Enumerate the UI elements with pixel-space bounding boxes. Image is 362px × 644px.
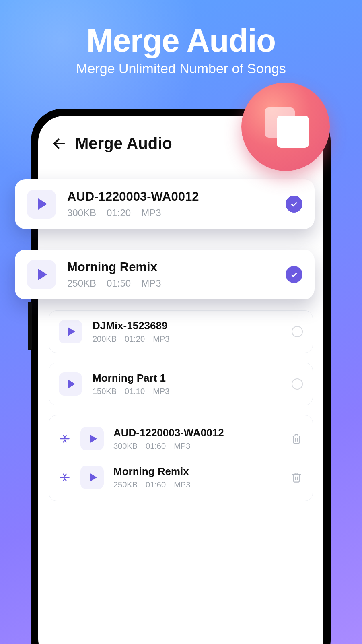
- play-icon: [38, 198, 47, 210]
- merge-icon-front-square: [277, 116, 309, 148]
- hero-subtitle: Merge Unlimited Number of Songs: [0, 61, 362, 76]
- play-button[interactable]: [27, 260, 56, 289]
- drag-handle[interactable]: [59, 471, 71, 483]
- track-size: 300KB: [113, 442, 138, 451]
- audio-card-selected[interactable]: AUD-1220003-WA0012 300KB 01:20 MP3: [15, 179, 315, 229]
- track-meta: 250KB 01:60 MP3: [113, 480, 280, 489]
- trash-icon: [291, 472, 302, 483]
- track-title: Morning Remix: [67, 260, 274, 275]
- play-icon: [38, 269, 47, 280]
- track-format: MP3: [174, 442, 190, 451]
- track-duration: 01:50: [107, 278, 131, 289]
- track-info: Morning Remix 250KB 01:50 MP3: [67, 260, 274, 289]
- track-format: MP3: [153, 334, 169, 344]
- track-duration: 01:60: [146, 480, 166, 489]
- drag-handle[interactable]: [59, 433, 71, 445]
- track-size: 250KB: [67, 278, 96, 289]
- track-format: MP3: [141, 278, 161, 289]
- hero-title: Merge Audio: [0, 22, 362, 59]
- track-info: AUD-1220003-WA0012 300KB 01:60 MP3: [113, 427, 280, 451]
- check-icon: [290, 270, 298, 279]
- play-button[interactable]: [80, 427, 104, 450]
- track-info: Morning Part 1 150KB 01:10 MP3: [93, 372, 281, 396]
- phone-volume-button: [28, 302, 32, 350]
- track-meta: 150KB 01:10 MP3: [93, 387, 281, 396]
- selected-check[interactable]: [286, 196, 302, 213]
- audio-card[interactable]: Morning Part 1 150KB 01:10 MP3: [49, 363, 313, 405]
- track-format: MP3: [141, 207, 161, 219]
- trash-icon: [291, 433, 302, 444]
- play-button[interactable]: [80, 466, 104, 489]
- delete-button[interactable]: [290, 471, 303, 484]
- merge-badge: [241, 83, 330, 171]
- play-button[interactable]: [59, 372, 82, 396]
- arrow-left-icon: [52, 136, 66, 151]
- play-button[interactable]: [59, 320, 82, 343]
- track-meta: 200KB 01:20 MP3: [93, 334, 281, 344]
- track-meta: 250KB 01:50 MP3: [67, 278, 274, 289]
- selected-check[interactable]: [286, 266, 302, 283]
- audio-card-selected[interactable]: Morning Remix 250KB 01:50 MP3: [15, 250, 315, 299]
- track-title: AUD-1220003-WA0012: [113, 427, 280, 439]
- play-icon: [90, 473, 97, 482]
- track-duration: 01:10: [125, 387, 145, 396]
- track-duration: 01:60: [146, 442, 166, 451]
- track-duration: 01:20: [125, 334, 145, 344]
- track-title: Morning Remix: [113, 465, 280, 478]
- track-title: DJMix-1523689: [93, 320, 281, 332]
- audio-card[interactable]: DJMix-1523689 200KB 01:20 MP3: [49, 310, 313, 353]
- track-meta: 300KB 01:60 MP3: [113, 442, 280, 451]
- compress-vertical-icon: [59, 433, 70, 444]
- track-format: MP3: [174, 480, 190, 489]
- play-icon: [68, 327, 75, 336]
- compress-vertical-icon: [59, 472, 70, 483]
- track-meta: 300KB 01:20 MP3: [67, 207, 274, 219]
- app-title: Merge Audio: [75, 134, 172, 153]
- track-title: AUD-1220003-WA0012: [67, 190, 274, 204]
- hero: Merge Audio Merge Unlimited Number of So…: [0, 22, 362, 76]
- play-button[interactable]: [27, 190, 56, 219]
- track-duration: 01:20: [107, 207, 131, 219]
- queue-item[interactable]: Morning Remix 250KB 01:60 MP3: [59, 458, 303, 497]
- track-format: MP3: [153, 387, 169, 396]
- select-radio[interactable]: [292, 378, 303, 390]
- play-icon: [68, 380, 75, 388]
- track-info: AUD-1220003-WA0012 300KB 01:20 MP3: [67, 190, 274, 219]
- track-size: 300KB: [67, 207, 96, 219]
- track-info: DJMix-1523689 200KB 01:20 MP3: [93, 320, 281, 344]
- merge-queue: AUD-1220003-WA0012 300KB 01:60 MP3: [49, 415, 313, 501]
- select-radio[interactable]: [292, 326, 303, 337]
- back-button[interactable]: [52, 136, 66, 151]
- play-icon: [90, 434, 97, 443]
- track-size: 250KB: [113, 480, 138, 489]
- track-size: 200KB: [93, 334, 117, 344]
- check-icon: [290, 200, 298, 208]
- track-info: Morning Remix 250KB 01:60 MP3: [113, 465, 280, 489]
- queue-item[interactable]: AUD-1220003-WA0012 300KB 01:60 MP3: [59, 419, 303, 458]
- audio-list: DJMix-1523689 200KB 01:20 MP3 Morning Pa…: [38, 310, 323, 501]
- track-size: 150KB: [93, 387, 117, 396]
- delete-button[interactable]: [290, 432, 303, 445]
- track-title: Morning Part 1: [93, 372, 281, 384]
